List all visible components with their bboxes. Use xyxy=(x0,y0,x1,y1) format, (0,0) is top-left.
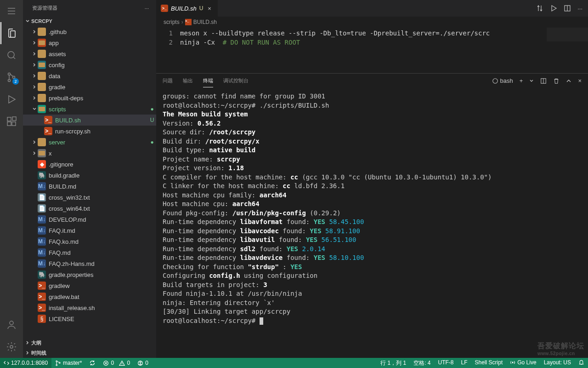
tab-problems[interactable]: 问题 xyxy=(163,75,173,87)
sh-icon: >_ xyxy=(38,282,46,290)
folder-row[interactable]: .github xyxy=(23,26,156,37)
timeline-section[interactable]: 时间线 xyxy=(23,348,156,358)
terminal-dropdown-icon[interactable] xyxy=(529,79,534,83)
folder-row[interactable]: server● xyxy=(23,137,156,148)
folder-row[interactable]: gradle xyxy=(23,81,156,92)
gradle-icon: 🐘 xyxy=(38,171,46,179)
folder-icon xyxy=(38,94,46,102)
close-panel-icon[interactable]: × xyxy=(578,77,582,84)
compare-changes-icon[interactable] xyxy=(536,5,543,12)
file-row[interactable]: 📄cross_win64.txt xyxy=(23,203,156,214)
md-icon: M↓ xyxy=(38,226,46,235)
terminal-profile[interactable]: bash xyxy=(492,77,513,84)
svg-point-14 xyxy=(56,364,57,366)
file-row[interactable]: 📄cross_win32.txt xyxy=(23,192,156,203)
more-icon[interactable]: ··· xyxy=(145,6,149,11)
folder-row[interactable]: data xyxy=(23,70,156,81)
explorer-icon[interactable] xyxy=(0,22,23,44)
file-row[interactable]: >_run-scrcpy.sh xyxy=(23,126,156,137)
tab-terminal[interactable]: 终端 xyxy=(203,75,213,87)
sh-icon: >_ xyxy=(38,304,46,312)
file-row[interactable]: >_gradlew xyxy=(23,280,156,291)
sidebar: 资源管理器 ··· SCRCPY .githubappassetsconfigd… xyxy=(23,0,156,358)
editor-tabs: >_ BUILD.sh U × ··· xyxy=(156,0,588,17)
sh-icon: >_ xyxy=(44,127,52,135)
kill-terminal-icon[interactable] xyxy=(553,78,560,84)
folder-row[interactable]: prebuilt-deps xyxy=(23,92,156,104)
md-icon: M↓ xyxy=(38,248,46,257)
tab-output[interactable]: 输出 xyxy=(183,75,193,87)
code-editor[interactable]: 12 meson x --buildtype release --strip -… xyxy=(156,28,588,73)
md-icon: M↓ xyxy=(38,182,46,190)
folder-icon xyxy=(38,39,46,47)
search-icon[interactable] xyxy=(0,44,23,66)
eol[interactable]: LF xyxy=(458,359,471,366)
folder-row[interactable]: assets xyxy=(23,48,156,59)
project-section[interactable]: SCRCPY xyxy=(23,16,156,26)
sh-icon: >_ xyxy=(38,293,46,301)
folder-row[interactable]: config xyxy=(23,59,156,70)
folder-row[interactable]: scripts● xyxy=(23,104,156,115)
run-file-icon[interactable] xyxy=(550,5,557,12)
file-row[interactable]: §LICENSE xyxy=(23,313,156,324)
svg-point-1 xyxy=(8,73,11,75)
txt-icon: 📄 xyxy=(38,193,46,201)
sync-icon[interactable] xyxy=(85,358,99,368)
go-live[interactable]: Go Live xyxy=(506,359,540,366)
folder-row[interactable]: app xyxy=(23,37,156,48)
folder-icon xyxy=(38,72,46,80)
file-row[interactable]: 🐘build.gradle xyxy=(23,170,156,181)
file-row[interactable]: M↓DEVELOP.md xyxy=(23,214,156,225)
file-row[interactable]: >_gradlew.bat xyxy=(23,291,156,302)
git-branch[interactable]: master* xyxy=(51,358,85,368)
file-row[interactable]: ◆.gitignore xyxy=(23,159,156,170)
ports-icon[interactable]: 0 xyxy=(134,358,152,368)
svg-rect-7 xyxy=(12,117,16,121)
file-row[interactable]: M↓FAQ.zh-Hans.md xyxy=(23,258,156,269)
file-row[interactable]: M↓FAQ.md xyxy=(23,247,156,258)
activity-bar: 2 xyxy=(0,0,23,358)
svg-point-0 xyxy=(8,52,14,58)
status-bar: 127.0.0.1:8080 master* 0 0 0 行 1，列 1 空格:… xyxy=(0,358,588,368)
breadcrumb[interactable]: scripts › >_ BUILD.sh xyxy=(156,17,588,28)
split-terminal-icon[interactable] xyxy=(540,78,547,84)
file-row[interactable]: >_BUILD.shU xyxy=(23,115,156,126)
indentation[interactable]: 空格: 4 xyxy=(410,359,434,367)
extensions-icon[interactable] xyxy=(0,110,23,132)
tab-build-sh[interactable]: >_ BUILD.sh U × xyxy=(156,0,218,17)
split-editor-icon[interactable] xyxy=(564,5,571,12)
folder-icon xyxy=(38,83,46,91)
cursor-position[interactable]: 行 1，列 1 xyxy=(377,359,410,367)
close-tab-icon[interactable]: × xyxy=(206,5,213,12)
menu-icon[interactable] xyxy=(0,0,23,22)
account-icon[interactable] xyxy=(0,314,23,336)
folder-row[interactable]: x xyxy=(23,148,156,159)
svg-point-13 xyxy=(56,361,57,362)
git-icon: ◆ xyxy=(38,160,46,168)
file-row[interactable]: M↓FAQ.ko.md xyxy=(23,236,156,247)
minimap[interactable] xyxy=(547,28,588,41)
more-actions-icon[interactable]: ··· xyxy=(577,5,582,12)
tab-debug-console[interactable]: 调试控制台 xyxy=(223,75,249,87)
language-mode[interactable]: Shell Script xyxy=(471,359,507,366)
source-control-icon[interactable]: 2 xyxy=(0,66,23,88)
file-row[interactable]: 🐘gradle.properties xyxy=(23,269,156,280)
file-row[interactable]: M↓FAQ.it.md xyxy=(23,225,156,236)
file-row[interactable]: >_install_release.sh xyxy=(23,302,156,313)
problems-count[interactable]: 0 0 xyxy=(99,358,134,368)
md-icon: M↓ xyxy=(38,237,46,246)
run-debug-icon[interactable] xyxy=(0,88,23,110)
svg-point-2 xyxy=(8,80,11,82)
folder-icon xyxy=(38,50,46,58)
remote-host[interactable]: 127.0.0.1:8080 xyxy=(0,358,51,368)
maximize-panel-icon[interactable] xyxy=(566,78,571,84)
file-row[interactable]: M↓BUILD.md xyxy=(23,181,156,192)
outline-section[interactable]: 大纲 xyxy=(23,338,156,348)
settings-gear-icon[interactable] xyxy=(0,336,23,358)
terminal-output[interactable]: groups: cannot find name for group ID 30… xyxy=(156,88,588,358)
encoding[interactable]: UTF-8 xyxy=(435,359,458,366)
new-terminal-icon[interactable]: + xyxy=(520,77,523,84)
keyboard-layout[interactable]: Layout: US xyxy=(540,359,575,366)
notifications-icon[interactable] xyxy=(575,359,588,365)
gradle-icon: 🐘 xyxy=(38,270,46,279)
